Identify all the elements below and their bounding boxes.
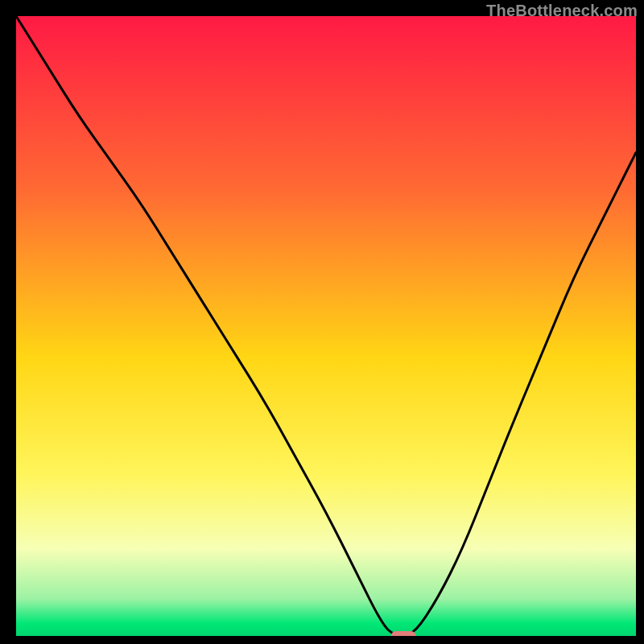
gradient-background xyxy=(16,16,636,636)
chart-svg xyxy=(16,16,636,636)
plot-area xyxy=(16,16,636,636)
minimum-marker xyxy=(391,631,416,636)
chart-frame: TheBottleneck.com xyxy=(0,0,644,644)
